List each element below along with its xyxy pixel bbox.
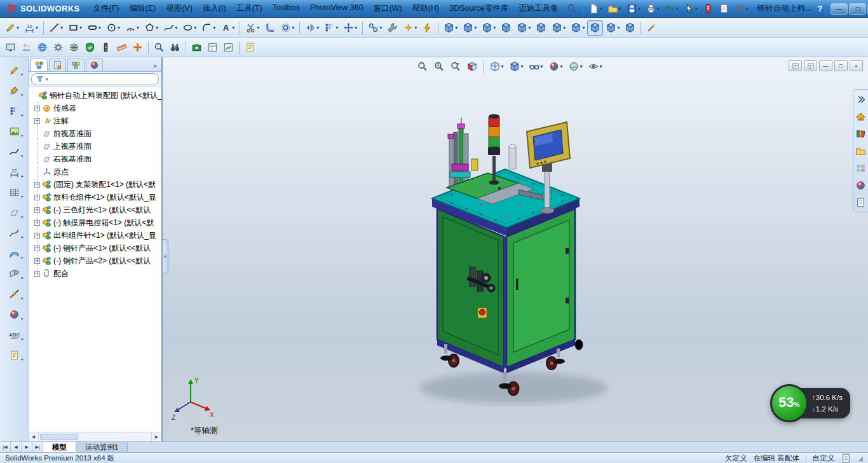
print-preview-button[interactable] bbox=[205, 40, 220, 55]
scroll-left-icon[interactable]: ◀ bbox=[29, 432, 39, 441]
move-entities-button[interactable]: ▾ bbox=[341, 20, 360, 36]
design-library-tab[interactable] bbox=[855, 127, 867, 140]
publish-edrawings-button[interactable] bbox=[18, 40, 34, 55]
mate-button[interactable]: ▾ bbox=[460, 20, 479, 36]
toolbox-button[interactable] bbox=[82, 40, 98, 55]
dropdown-arrow-icon[interactable]: ▾ bbox=[619, 6, 621, 11]
flyout-arrow-icon[interactable]: ▸ bbox=[21, 357, 24, 362]
tree-item[interactable]: +(-) 触摸屏电控箱<1> (默认<默 bbox=[34, 216, 161, 229]
tree-item[interactable]: 上视基准面 bbox=[34, 140, 161, 153]
line-button[interactable]: ▾ bbox=[46, 20, 65, 36]
section-view-button[interactable] bbox=[464, 59, 480, 74]
flyout-arrow-icon[interactable]: ▸ bbox=[21, 296, 24, 301]
exploded-view-button[interactable] bbox=[622, 20, 638, 36]
mirror-entities-button[interactable]: ▾ bbox=[302, 20, 322, 36]
open-document-button[interactable]: ▾ bbox=[605, 1, 624, 17]
appearance-flyout-button[interactable]: ▸ bbox=[4, 307, 24, 322]
smart-dimension-button[interactable]: 12▾ bbox=[22, 20, 41, 36]
dropdown-arrow-icon[interactable]: ▾ bbox=[493, 25, 496, 31]
tree-item[interactable]: +传感器 bbox=[34, 102, 161, 114]
tree-item[interactable]: +放料仓组件<1> (默认<默认_显 bbox=[34, 191, 161, 204]
solidworks-resources-tab[interactable] bbox=[855, 110, 867, 123]
menu-3DSource零件库[interactable]: 3DSource零件库 bbox=[444, 1, 513, 17]
dropdown-arrow-icon[interactable]: ▾ bbox=[379, 25, 382, 31]
polygon-button[interactable]: ▾ bbox=[142, 20, 161, 36]
select-button[interactable]: ▾ bbox=[681, 1, 700, 17]
dropdown-arrow-icon[interactable]: ▾ bbox=[746, 6, 749, 11]
expander-icon[interactable]: + bbox=[34, 207, 40, 213]
save-button[interactable]: ▾ bbox=[624, 1, 643, 17]
appearances-scenes-tab[interactable] bbox=[855, 179, 867, 191]
dropdown-arrow-icon[interactable]: ▾ bbox=[657, 6, 660, 11]
doc-close-button[interactable]: × bbox=[850, 60, 863, 71]
dropdown-arrow-icon[interactable]: ▾ bbox=[455, 25, 458, 31]
move-component-button[interactable]: ▾ bbox=[514, 20, 533, 36]
tree-horizontal-scrollbar[interactable]: ◀ ▶ bbox=[29, 432, 161, 441]
dropdown-arrow-icon[interactable]: ▾ bbox=[355, 25, 357, 31]
menu-迈迪工具集[interactable]: 迈迪工具集 bbox=[513, 1, 564, 17]
dropdown-arrow-icon[interactable]: ▾ bbox=[528, 25, 531, 31]
annotation-tools-flyout-button[interactable]: ▸ bbox=[4, 83, 24, 98]
dropdown-arrow-icon[interactable]: ▾ bbox=[316, 25, 319, 31]
doc-restore-button[interactable]: □ bbox=[834, 60, 848, 71]
dropdown-arrow-icon[interactable]: ▾ bbox=[118, 25, 120, 31]
tree-item[interactable]: +(-) 三色灯光<1> (默认<<默认 bbox=[34, 204, 161, 216]
expander-icon[interactable]: + bbox=[34, 195, 40, 200]
dropdown-arrow-icon[interactable]: ▾ bbox=[232, 25, 234, 31]
panel-tabs-overflow[interactable]: » bbox=[151, 62, 159, 71]
filter-dropdown-icon[interactable]: ▾ bbox=[46, 77, 48, 82]
offset-entities-button[interactable]: ▾ bbox=[278, 20, 297, 36]
taskpane-collapse-tab[interactable] bbox=[855, 93, 867, 106]
tree-item[interactable]: +(-) 钢针产品<1> (默认<<默认 bbox=[34, 242, 161, 254]
help-button[interactable]: ? bbox=[817, 4, 822, 13]
doc-tab-模型[interactable]: 模型 bbox=[43, 442, 76, 452]
tree-filter[interactable]: ▾ bbox=[31, 73, 159, 85]
expander-icon[interactable]: + bbox=[34, 220, 40, 226]
smart-fasteners-button[interactable] bbox=[498, 20, 514, 36]
expander-icon[interactable]: + bbox=[34, 182, 40, 188]
expander-icon[interactable]: + bbox=[34, 245, 40, 251]
spline-button[interactable]: ▾ bbox=[161, 20, 180, 36]
tree-item[interactable]: 钢针自动上料装配图 (默认<默认_ bbox=[31, 89, 161, 102]
undo-button[interactable]: ▾ bbox=[662, 1, 681, 17]
assembly-features-button[interactable]: ▾ bbox=[549, 20, 568, 36]
dropdown-arrow-icon[interactable]: ▾ bbox=[600, 64, 602, 69]
dropdown-arrow-icon[interactable]: ▾ bbox=[36, 25, 38, 31]
dropdown-arrow-icon[interactable]: ▾ bbox=[520, 64, 523, 69]
motion-manager-button[interactable] bbox=[66, 40, 82, 55]
status-sheet-icon[interactable] bbox=[841, 453, 851, 463]
tab-nav-button[interactable]: |◀ bbox=[0, 442, 11, 452]
flyout-arrow-icon[interactable]: ▸ bbox=[21, 316, 24, 321]
doc-tab-运动算例1[interactable]: 运动算例1 bbox=[76, 442, 128, 452]
sheet-metal-flyout-button[interactable]: ▸ bbox=[4, 266, 24, 281]
dropdown-arrow-icon[interactable]: ▾ bbox=[563, 25, 566, 31]
panel-collapse-handle[interactable]: « bbox=[163, 239, 168, 273]
new-document-button[interactable]: ▾ bbox=[586, 1, 605, 17]
flyout-arrow-icon[interactable]: ▸ bbox=[21, 174, 24, 179]
reference-geometry-button[interactable]: ▾ bbox=[568, 20, 587, 36]
display-delete-relations-button[interactable]: ▾ bbox=[365, 20, 384, 36]
selection-search-button[interactable] bbox=[151, 40, 167, 55]
dropdown-arrow-icon[interactable]: ▾ bbox=[137, 25, 139, 31]
circle-button[interactable]: ▾ bbox=[104, 20, 123, 36]
apply-scene-button[interactable]: ▾ bbox=[566, 59, 585, 74]
menu-Toolbox[interactable]: Toolbox bbox=[268, 1, 305, 17]
display-style-button[interactable]: ▾ bbox=[506, 59, 526, 74]
options-button[interactable] bbox=[50, 40, 66, 55]
expander-icon[interactable]: + bbox=[34, 271, 40, 277]
design-binder-button[interactable] bbox=[242, 40, 258, 55]
menu-PhotoView 360[interactable]: PhotoView 360 bbox=[305, 1, 369, 17]
dropdown-arrow-icon[interactable]: ▾ bbox=[156, 25, 158, 31]
expander-icon[interactable]: + bbox=[34, 106, 40, 111]
rebuild-button[interactable] bbox=[700, 1, 716, 17]
dropdown-arrow-icon[interactable]: ▾ bbox=[292, 25, 294, 31]
corner-rectangle-button[interactable]: ▾ bbox=[65, 20, 85, 36]
network-speed-widget[interactable]: 53 % ↑30.6 K/s ↓1.2 K/s bbox=[770, 384, 850, 422]
dropdown-arrow-icon[interactable]: ▾ bbox=[638, 6, 641, 11]
zoom-to-fit-button[interactable] bbox=[414, 59, 430, 74]
search-button[interactable] bbox=[564, 1, 580, 17]
dropdown-arrow-icon[interactable]: ▾ bbox=[600, 6, 602, 11]
flyout-arrow-icon[interactable]: ▸ bbox=[21, 336, 24, 342]
spline-tools-flyout-button[interactable]: ▸ bbox=[4, 144, 24, 159]
edit-appearance-button[interactable]: ▾ bbox=[546, 59, 566, 74]
